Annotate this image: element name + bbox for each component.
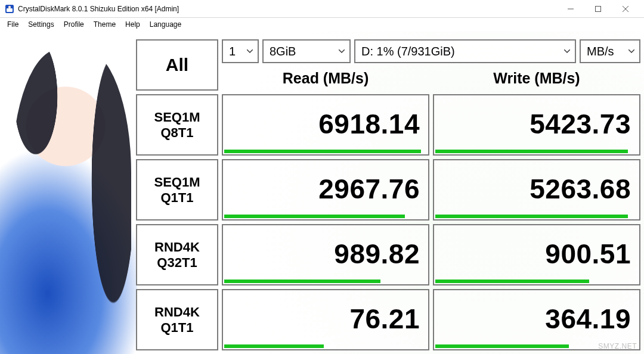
character-art bbox=[0, 31, 137, 354]
titlebar: CrystalDiskMark 8.0.1 Shizuku Edition x6… bbox=[0, 0, 644, 18]
progress-bar bbox=[435, 280, 638, 283]
read-result-2: 989.82 bbox=[222, 224, 429, 285]
progress-bar bbox=[224, 280, 427, 283]
write-result-1: 5263.68 bbox=[433, 159, 640, 221]
app-icon bbox=[5, 4, 14, 14]
write-value: 5263.68 bbox=[530, 172, 631, 204]
menu-theme[interactable]: Theme bbox=[89, 19, 120, 30]
test-button-rnd4k-q1t1[interactable]: RND4K Q1T1 bbox=[136, 289, 218, 350]
test-label: Q8T1 bbox=[160, 125, 193, 140]
chevron-down-icon bbox=[564, 49, 570, 53]
write-value: 5423.73 bbox=[530, 107, 631, 139]
menu-settings[interactable]: Settings bbox=[23, 19, 58, 30]
chevron-down-icon bbox=[339, 49, 345, 53]
maximize-button[interactable] bbox=[584, 0, 612, 18]
test-button-seq1m-q1t1[interactable]: SEQ1M Q1T1 bbox=[136, 159, 218, 221]
read-result-3: 76.21 bbox=[222, 289, 429, 350]
run-all-label: All bbox=[166, 55, 188, 75]
progress-bar bbox=[224, 150, 427, 153]
test-label: SEQ1M bbox=[154, 175, 200, 190]
menubar: File Settings Profile Theme Help Languag… bbox=[0, 18, 644, 31]
test-label: Q1T1 bbox=[160, 320, 193, 335]
unit-value: MB/s bbox=[587, 45, 614, 58]
test-button-rnd4k-q32t1[interactable]: RND4K Q32T1 bbox=[136, 224, 218, 285]
test-label: RND4K bbox=[154, 305, 200, 319]
main-grid: All 1 8GiB D: 1% (7/931GiB) MB/s Read (M… bbox=[136, 39, 640, 350]
test-size-dropdown[interactable]: 8GiB bbox=[262, 39, 351, 63]
progress-bar bbox=[224, 344, 427, 348]
write-header: Write (MB/s) bbox=[433, 66, 640, 91]
read-value: 76.21 bbox=[349, 302, 420, 334]
menu-help[interactable]: Help bbox=[120, 19, 145, 30]
test-label: Q1T1 bbox=[160, 190, 193, 205]
test-label: RND4K bbox=[154, 240, 200, 254]
drive-value: D: 1% (7/931GiB) bbox=[361, 45, 455, 58]
test-label: Q32T1 bbox=[157, 255, 197, 270]
run-all-button[interactable]: All bbox=[136, 39, 218, 91]
test-size-value: 8GiB bbox=[270, 45, 296, 58]
minimize-button[interactable] bbox=[557, 0, 584, 18]
test-button-seq1m-q8t1[interactable]: SEQ1M Q8T1 bbox=[136, 94, 218, 156]
svg-rect-1 bbox=[7, 8, 13, 12]
write-result-0: 5423.73 bbox=[433, 94, 640, 156]
progress-bar bbox=[224, 215, 427, 218]
menu-file[interactable]: File bbox=[2, 19, 23, 30]
menu-language[interactable]: Language bbox=[145, 19, 186, 30]
drive-dropdown[interactable]: D: 1% (7/931GiB) bbox=[354, 39, 576, 63]
chevron-down-icon bbox=[628, 49, 634, 53]
read-result-0: 6918.14 bbox=[222, 94, 429, 156]
svg-rect-3 bbox=[596, 6, 601, 11]
read-header: Read (MB/s) bbox=[222, 66, 429, 91]
read-result-1: 2967.76 bbox=[222, 159, 429, 221]
progress-bar bbox=[435, 215, 638, 218]
controls-row: 1 8GiB D: 1% (7/931GiB) MB/s Read (MB/s)… bbox=[222, 39, 640, 91]
write-value: 364.19 bbox=[545, 302, 631, 334]
read-value: 6918.14 bbox=[318, 107, 420, 139]
close-button[interactable] bbox=[612, 0, 639, 18]
write-result-3: 364.19 bbox=[433, 289, 640, 350]
unit-dropdown[interactable]: MB/s bbox=[580, 39, 640, 63]
progress-bar bbox=[435, 150, 638, 153]
svg-point-2 bbox=[8, 5, 11, 8]
watermark: SMYZ.NET bbox=[598, 342, 637, 350]
test-count-dropdown[interactable]: 1 bbox=[222, 39, 259, 63]
read-value: 989.82 bbox=[334, 237, 420, 269]
write-result-2: 900.51 bbox=[433, 224, 640, 285]
test-label: SEQ1M bbox=[154, 110, 200, 125]
test-count-value: 1 bbox=[229, 45, 236, 58]
chevron-down-icon bbox=[247, 49, 253, 53]
write-value: 900.51 bbox=[545, 237, 631, 269]
read-value: 2967.76 bbox=[318, 172, 420, 204]
menu-profile[interactable]: Profile bbox=[59, 19, 89, 30]
window-title: CrystalDiskMark 8.0.1 Shizuku Edition x6… bbox=[18, 5, 179, 13]
